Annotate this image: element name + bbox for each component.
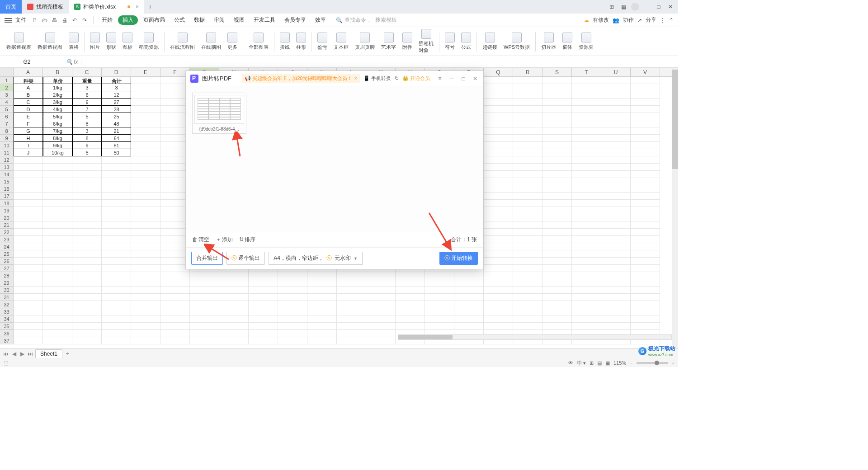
cell[interactable] <box>43 193 72 200</box>
cell[interactable] <box>307 279 337 287</box>
cell[interactable] <box>601 323 631 330</box>
cell[interactable] <box>43 272 72 279</box>
ribbon-折线[interactable]: 折线 <box>277 27 292 56</box>
cell[interactable] <box>513 185 542 193</box>
start-convert-button[interactable]: ⓥ 开始转换 <box>439 252 478 265</box>
cell[interactable] <box>601 250 631 258</box>
cell[interactable] <box>14 156 43 164</box>
cell[interactable] <box>572 243 601 250</box>
cell[interactable] <box>249 323 278 330</box>
cell[interactable] <box>572 142 601 149</box>
file-tab[interactable]: S 种类单价.xlsx × <box>69 0 144 14</box>
row-header[interactable]: 14 <box>0 171 14 178</box>
cell[interactable] <box>513 99 542 106</box>
row-header[interactable]: 36 <box>0 330 14 337</box>
ribbon-图片[interactable]: 图片 <box>87 27 103 56</box>
cell[interactable] <box>72 315 102 323</box>
cell[interactable] <box>601 258 631 265</box>
cell[interactable]: 单价 <box>43 77 72 84</box>
cell[interactable] <box>72 323 102 330</box>
cell[interactable] <box>43 164 72 171</box>
cell[interactable] <box>513 127 542 135</box>
cell[interactable] <box>454 279 484 287</box>
cell[interactable] <box>219 287 249 294</box>
close-icon[interactable]: ✕ <box>666 4 675 10</box>
cell[interactable] <box>631 135 660 142</box>
cell[interactable] <box>131 330 160 337</box>
status-mode-icon[interactable]: ⬚ <box>4 360 8 366</box>
cell[interactable] <box>631 171 660 178</box>
cell[interactable] <box>131 207 160 214</box>
cell[interactable] <box>131 337 160 344</box>
template-tab[interactable]: 找稻壳模板 <box>22 0 69 14</box>
cell[interactable] <box>425 294 454 301</box>
cell[interactable] <box>72 250 102 258</box>
row-header[interactable]: 27 <box>0 265 14 272</box>
paper-settings[interactable]: A4，横向，窄边距， ⓥ 无水印 ▼ <box>269 252 363 265</box>
cell[interactable] <box>454 287 484 294</box>
cell[interactable] <box>572 171 601 178</box>
sheet-next-icon[interactable]: ▶ <box>19 351 25 357</box>
cell[interactable] <box>72 265 102 272</box>
cell[interactable] <box>307 294 337 301</box>
col-header-D[interactable]: D <box>102 68 131 76</box>
cell[interactable] <box>43 207 72 214</box>
cell[interactable] <box>278 323 307 330</box>
row-header[interactable]: 31 <box>0 294 14 301</box>
sort-button[interactable]: ⇅排序 <box>239 236 255 244</box>
cell[interactable] <box>542 294 572 301</box>
cell[interactable] <box>631 294 660 301</box>
cell[interactable] <box>572 301 601 308</box>
cell[interactable] <box>542 315 572 323</box>
row-header[interactable]: 24 <box>0 243 14 250</box>
cell[interactable] <box>484 200 513 207</box>
cell[interactable] <box>131 258 160 265</box>
cell[interactable] <box>601 308 631 315</box>
menu-data[interactable]: 数据 <box>190 16 208 24</box>
cell[interactable] <box>601 77 631 84</box>
cell[interactable] <box>160 287 190 294</box>
cell[interactable] <box>513 106 542 113</box>
cell[interactable] <box>572 193 601 200</box>
cell[interactable] <box>542 113 572 120</box>
cell[interactable] <box>190 279 219 287</box>
cell[interactable] <box>249 294 278 301</box>
cell[interactable]: 3 <box>72 127 102 135</box>
cell[interactable] <box>484 323 513 330</box>
cell[interactable] <box>337 279 366 287</box>
cell[interactable] <box>131 171 160 178</box>
cell[interactable] <box>601 171 631 178</box>
cell[interactable] <box>542 84 572 91</box>
cell[interactable] <box>396 272 425 279</box>
cell[interactable] <box>131 308 160 315</box>
zoom-slider[interactable] <box>637 362 668 364</box>
cell[interactable] <box>572 127 601 135</box>
cell[interactable] <box>513 258 542 265</box>
fx-label[interactable]: 🔍fx <box>63 59 81 65</box>
cell[interactable] <box>278 330 307 337</box>
cell[interactable] <box>454 323 484 330</box>
row-header[interactable]: 6 <box>0 113 14 120</box>
save-icon[interactable]: 🖶 <box>51 16 59 24</box>
cell[interactable] <box>72 164 102 171</box>
cell[interactable] <box>572 99 601 106</box>
cell[interactable] <box>572 120 601 127</box>
cell[interactable] <box>631 156 660 164</box>
cell[interactable] <box>131 156 160 164</box>
ribbon-全部图表[interactable]: 全部图表 <box>246 27 271 56</box>
cell[interactable] <box>278 315 307 323</box>
sheet-last-icon[interactable]: ⏭ <box>27 351 33 357</box>
cell[interactable]: 5 <box>72 113 102 120</box>
row-header[interactable]: 13 <box>0 164 14 171</box>
cell[interactable] <box>43 330 72 337</box>
cell[interactable] <box>484 164 513 171</box>
cell[interactable] <box>572 315 601 323</box>
cell[interactable] <box>542 77 572 84</box>
row-header[interactable]: 8 <box>0 127 14 135</box>
cell[interactable] <box>631 250 660 258</box>
select-all[interactable] <box>0 68 14 76</box>
cell[interactable] <box>572 294 601 301</box>
cell[interactable] <box>425 272 454 279</box>
cell[interactable] <box>337 294 366 301</box>
cell[interactable] <box>131 287 160 294</box>
